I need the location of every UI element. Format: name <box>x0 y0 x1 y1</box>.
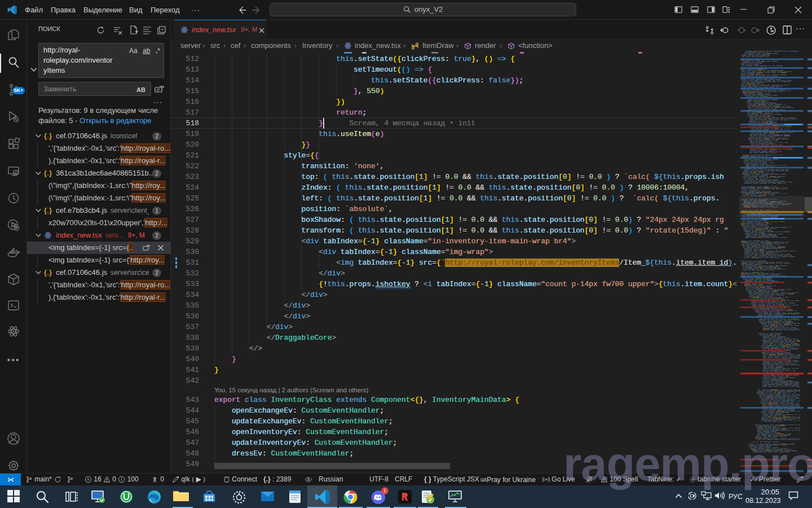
svg-text:ab: ab <box>147 244 149 247</box>
